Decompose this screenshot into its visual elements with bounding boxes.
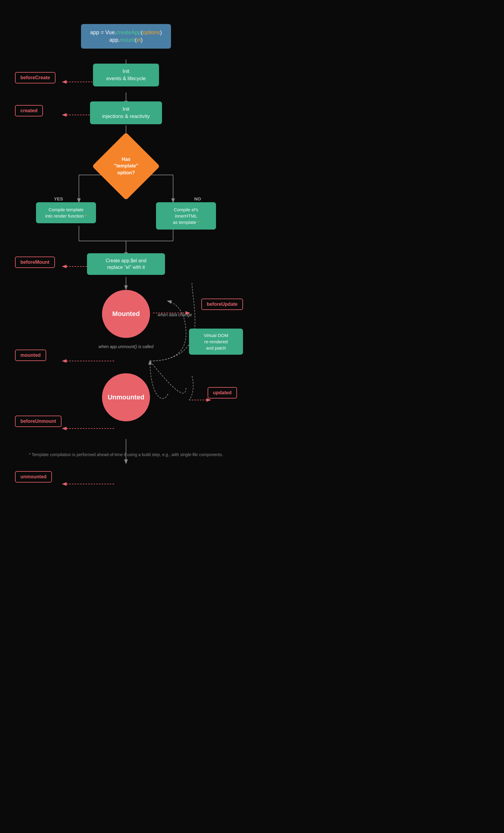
mounted-hook-label: mounted xyxy=(15,350,46,361)
compile-inner-text: Compile el's innerHTMLas template * xyxy=(173,207,199,225)
virtual-dom-text: Virtual DOMre-renderedand patch xyxy=(204,333,228,351)
created-label: created xyxy=(15,105,43,116)
mount-highlight: mount xyxy=(120,37,135,43)
init-events-text: Initevents & lifecycle xyxy=(106,68,145,81)
virtual-dom-box: Virtual DOMre-renderedand patch xyxy=(189,329,243,355)
compile-template-text: Compile templateinto render function * xyxy=(45,207,87,218)
compile-template-box: Compile templateinto render function * xyxy=(36,202,96,223)
app-init-box: app = Vue.createApp(options) app.mount(e… xyxy=(81,24,171,49)
template-option-diamond: Has"template" option? xyxy=(102,142,150,190)
mounted-circle-text: Mounted xyxy=(112,310,140,318)
compile-inner-box: Compile el's innerHTMLas template * xyxy=(156,202,216,230)
unmounted-hook-label: unmounted xyxy=(15,471,52,482)
before-update-label: beforeUpdate xyxy=(201,299,243,310)
app-mount-line2: app. xyxy=(109,37,120,43)
footnote: * Template compilation is performed ahea… xyxy=(29,451,223,458)
paren2-close: ) xyxy=(141,37,143,43)
before-mount-label: beforeMount xyxy=(15,257,55,268)
create-app-highlight: createApp xyxy=(116,29,141,35)
create-el-text: Create app.$el andreplace "el" with it xyxy=(105,258,146,270)
options-highlight: options xyxy=(143,29,160,35)
el-highlight: el xyxy=(137,37,141,43)
when-unmount-label: when app.unmount() is called xyxy=(99,344,153,349)
unmounted-circle-text: Unmounted xyxy=(108,394,144,401)
init-injections-box: Initinjections & reactivity xyxy=(90,101,162,124)
lifecycle-diagram: app = Vue.createApp(options) app.mount(e… xyxy=(0,12,252,815)
no-label: NO xyxy=(194,196,201,201)
mounted-circle: Mounted xyxy=(102,290,150,338)
init-events-box: Initevents & lifecycle xyxy=(93,64,159,87)
before-unmount-label: beforeUnmount xyxy=(15,415,62,427)
unmounted-circle: Unmounted xyxy=(102,373,150,421)
create-el-box: Create app.$el andreplace "el" with it xyxy=(87,253,165,275)
when-data-change-label: when data change xyxy=(158,312,192,317)
footnote-text: * Template compilation is performed ahea… xyxy=(29,452,223,457)
app-init-line1: app = Vue. xyxy=(90,29,116,35)
diamond-text: Has"template" option? xyxy=(114,157,138,175)
before-create-label: beforeCreate xyxy=(15,72,55,84)
paren-close: ) xyxy=(160,29,162,35)
yes-label: YES xyxy=(54,196,63,201)
init-injections-text: Initinjections & reactivity xyxy=(102,106,150,119)
updated-label: updated xyxy=(208,387,237,399)
